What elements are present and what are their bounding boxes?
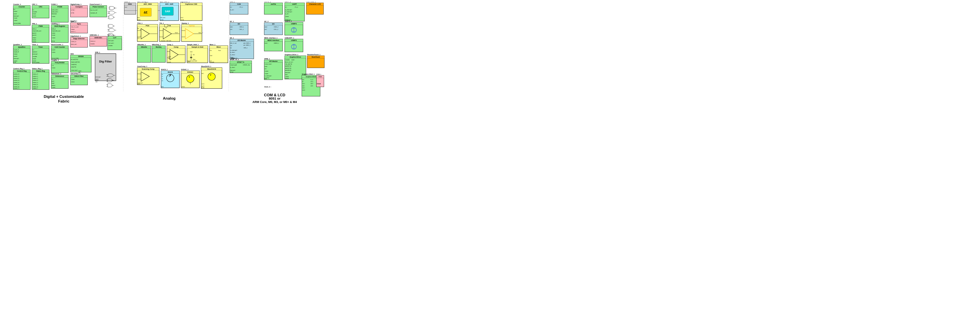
spim1-title: SPIM_1	[264, 58, 270, 59]
i2c2-sclout: □SCL_2	[274, 29, 278, 30]
udbcken1-block: UDBCkEn_1 UDBCkEn □clock_in □enable	[90, 34, 107, 46]
spim1-header: SPI Master	[269, 60, 278, 62]
dma1-nrq: nrq□	[125, 6, 127, 8]
idac1-port0: □0	[161, 74, 163, 75]
amuxseq1-title: AMuxSeq_1	[152, 44, 161, 46]
dma1-title: DMA_1	[124, 2, 130, 2]
debouncer1-either: either□	[52, 85, 56, 86]
spim1-block: SPIM_1 SPI Master □miso mosi□ sclk□ ss□ …	[264, 58, 283, 80]
glitchfilter1-block: GlitchFilter_1 Glitch Filter □reset □clo…	[70, 73, 88, 85]
dvdac1-symbol: V	[189, 76, 190, 78]
mdiointerface1-title: MDIO_Interface_1	[264, 37, 278, 39]
mixer1-fout: Fout	[218, 50, 221, 51]
quaddec1-clock: □clock	[14, 60, 18, 62]
adcdelsig1-deltasigma: ΔΣ	[144, 11, 148, 14]
graphiclcd1-addr2: addr2[6:0]□	[285, 70, 292, 71]
spim1-miso: □miso mosi□	[264, 63, 272, 65]
graphiclcdinf1-ncs: ncs□	[302, 83, 305, 84]
lut1-title: LUT_1	[108, 34, 113, 36]
spdiftx1-bits: 24-bit	[230, 71, 234, 73]
edgedetect1-block: EdgeDetect_1 Edge Detector □clock_in clo…	[70, 35, 88, 47]
prs1-listen: □listen	[32, 37, 36, 38]
counter1-comp: comp□	[14, 11, 18, 12]
i2c1-header: I2C	[238, 23, 240, 25]
com-section-label3: ARM Core, M0, M3, or M0+ & M4	[253, 100, 297, 104]
wavedac1-bits: 10-bit	[201, 87, 205, 88]
basiccounter1-clock: □clock	[52, 51, 55, 53]
count7-label: Count7_1	[70, 20, 77, 22]
logic-gate-or	[108, 11, 116, 14]
controlreg1-control6: control_6□	[14, 86, 20, 87]
i2smaster1-sdi: SDI_1□ sdi	[230, 43, 236, 44]
dfb1-interrupt: interrupt□	[95, 76, 101, 78]
shiftreg1-clock: □clock	[52, 37, 55, 38]
statusreg1-status5: □status_5	[32, 84, 38, 85]
graphiclcdinf1-dlsb: d_c□	[310, 79, 313, 80]
graphiclcd1-nrw: nrw□	[285, 74, 288, 75]
adcdelsig1-title: ADC_DelSig_1	[137, 2, 148, 3]
samplehold1-vout: Vout	[193, 59, 196, 60]
idac1-header: IDAC8	[168, 71, 173, 73]
can1-tx: □TX_1	[239, 6, 243, 8]
quaddec1-header: QuadDec	[18, 46, 25, 48]
crc1-block: CRC_1 CRC tc□ □enable □reset □clock	[32, 3, 49, 18]
timer1-title: Timer_1	[32, 44, 38, 45]
adcsar1-title: ADC_SAR_1	[160, 2, 169, 2]
statusreg1-status4: □status_4	[32, 82, 38, 83]
shiftreg1-title: ShiftReg_1	[51, 23, 59, 25]
controlreg1-control7: control_7□	[14, 88, 20, 89]
counter1-interrupt: interrupt□	[14, 15, 19, 17]
uart1-title: UART_1	[285, 2, 291, 2]
counter1-block: Counter_1 Counter tc□ comp□ count interr…	[13, 3, 30, 26]
digital-section-label: Digital + Customizable	[44, 94, 84, 99]
usbfs1-header: USBFS	[291, 23, 296, 25]
controlreg1-control0: control_0□	[14, 74, 20, 75]
i2c1-sclout: □SCL_1	[239, 29, 244, 30]
amuxseq1-header: MuxSeq	[156, 46, 161, 48]
opamp1-title: Opamp_1	[181, 22, 189, 24]
crc1-tc: tc□	[32, 9, 34, 10]
uart1-tx: □Tx_2	[294, 6, 298, 8]
i2smaster1-title: I2S_1	[230, 37, 234, 39]
prism1-block: PrISM_1 PrISM pulse_den□ pulse_den□ bits…	[51, 3, 68, 22]
uart1-rxinterrupt: rx_interrupt□	[285, 11, 292, 13]
lut1-block: LUT_1 LUT □in0 out0□ □in1 out1□ □enable	[108, 34, 122, 50]
prism1-pulseden: pulse_den□	[52, 9, 59, 10]
udbcken1-output: □enable	[90, 43, 95, 45]
basiccounter1-title: BasicCounter_1	[51, 44, 63, 45]
dds24-load: □load out2[7:0]□	[71, 61, 80, 63]
statusreg1-status1: □status_1	[32, 76, 38, 77]
quaddec1-block: QuadDec_1 QuadDec □quad_A □quad_B □index…	[13, 44, 30, 64]
controlreg1-title: Control_Reg_1	[13, 68, 24, 70]
wavedac1-header: WaveDAC8	[207, 68, 216, 70]
sync1-clock: □clock	[71, 29, 75, 30]
graphiclcd1-clock: □clock	[285, 76, 289, 77]
statusreg1-status2: □status_2	[32, 78, 38, 79]
prs1-pwm1: pwm1□	[32, 32, 37, 34]
capsense1-header: CapSense CSD	[185, 3, 197, 5]
comp1-block: Comp_1 Comp □clock Comp clock	[167, 44, 185, 63]
adcdelsig1-bits: 20-bit	[137, 19, 141, 21]
idac1-block: IDAC8_1 IDAC8 I □0 □1 □2 □3 8-bit	[161, 69, 180, 88]
counter1-size: 32-bit [J20E]	[14, 23, 21, 24]
pga1-vin-minus: −	[140, 35, 141, 37]
samplehold1-vin: Vin	[193, 54, 194, 55]
logic-gate-nand	[108, 6, 116, 10]
debouncer1-d: □d	[52, 78, 53, 80]
analog-section-label: Analog	[163, 96, 175, 101]
statusreg1-status7: □status_7	[32, 88, 38, 89]
shiftreg1-reset: □reset	[52, 35, 55, 36]
uart1-reset: □reset	[285, 16, 289, 17]
freqdiv1-title: FreqDiv_1	[51, 59, 59, 61]
timer1-tc: tc□	[32, 49, 34, 51]
udbcken1-title: UDBCkEn_1	[90, 34, 99, 36]
idac1-port1: □1	[161, 76, 163, 77]
pcd81-clock: Clock	[317, 83, 321, 85]
dvdac1-vdac: VDAC	[181, 86, 185, 87]
quaddec1-quad_b: □quad_B	[14, 51, 19, 53]
glitchfilter1-header: Glitch Filter	[75, 75, 84, 77]
dds24-title: DDS	[70, 53, 74, 55]
lut1-in0: □in0 out0□	[108, 40, 114, 42]
usbuart1-title: USBUART_1	[285, 37, 294, 39]
freqdiv1-out: □*2	[52, 65, 54, 66]
